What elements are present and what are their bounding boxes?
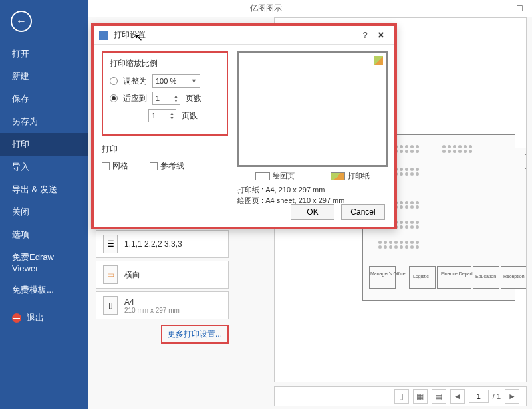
next-page-button[interactable]: ► (505, 389, 519, 404)
info-print-paper: 打印纸 : A4, 210 x 297 mm (237, 184, 344, 195)
paper-info: 打印纸 : A4, 210 x 297 mm 绘图页 : A4 sheet, 2… (237, 184, 344, 205)
panel-papersize[interactable]: ▯ A4 210 mm x 297 mm (96, 291, 229, 319)
fp-logistic: Logistic (413, 274, 429, 279)
print-options-section: 打印 网格 参考线 (102, 144, 228, 172)
dialog-help-button[interactable]: ? (357, 30, 373, 40)
radio-adjust[interactable] (110, 77, 118, 85)
radio-adjust-label: 调整为 (123, 76, 147, 87)
sidebar-item-templates[interactable]: 免费模板... (0, 279, 88, 301)
panel-copies[interactable]: ☰ 1,1,1 2,2,2 3,3,3 (96, 230, 229, 258)
sidebar-item-new[interactable]: 新建 (0, 65, 88, 88)
grid-checkbox-label[interactable]: 网格 (102, 160, 128, 172)
panel-papersize-text: A4 (124, 297, 180, 307)
sidebar-item-open[interactable]: 打开 (0, 43, 88, 65)
scale-value: 100 % (156, 77, 176, 85)
app-title: 亿图图示 (250, 3, 282, 14)
legend-draw-box (255, 172, 270, 180)
papersize-icon: ▯ (103, 296, 118, 315)
chevron-down-icon: ▼ (191, 78, 197, 84)
print-options-title: 打印 (102, 144, 228, 155)
page-total: / 1 (493, 392, 501, 400)
sidebar-item-export[interactable]: 导出 & 发送 (0, 178, 88, 201)
legend-print-box (331, 172, 345, 180)
cancel-button[interactable]: Cancel (341, 204, 385, 220)
page-input[interactable] (469, 390, 489, 403)
back-arrow-icon: ← (16, 15, 27, 27)
fp-reception: Reception (503, 274, 525, 279)
radio-fit[interactable] (110, 94, 118, 102)
sidebar: ← 打开 新建 保存 另存为 打印 导入 导出 & 发送 关闭 选项 免费Edr… (0, 0, 88, 409)
sidebar-item-close[interactable]: 关闭 (0, 201, 88, 223)
exit-label: 退出 (27, 312, 44, 324)
sidebar-item-import[interactable]: 导入 (0, 156, 88, 178)
fit-height-spinner[interactable]: 1 ▲▼ (148, 109, 176, 122)
prev-page-button[interactable]: ◄ (450, 389, 465, 404)
sidebar-item-options[interactable]: 选项 (0, 223, 88, 246)
orientation-icon: ▭ (103, 265, 118, 284)
fp-education: Education (475, 274, 496, 279)
sidebar-item-exit[interactable]: — 退出 (0, 307, 88, 329)
guides-checkbox[interactable] (150, 162, 158, 170)
fp-manager: Manager's Office (370, 271, 406, 276)
dialog-title: 打印设置 (114, 29, 357, 41)
panel-papersize-sub: 210 mm x 297 mm (124, 307, 180, 314)
scale-section: 打印缩放比例 调整为 100 % ▼ 适应到 1 ▲▼ 页数 (102, 51, 228, 136)
view-grid-icon[interactable]: ▤ (432, 389, 446, 404)
ok-button[interactable]: OK (291, 204, 334, 220)
radio-fit-label: 适应到 (123, 93, 147, 104)
preview-corner-icon (374, 56, 383, 65)
legend: 绘图页 打印纸 (237, 171, 388, 181)
scale-title: 打印缩放比例 (110, 58, 220, 69)
sidebar-item-viewer[interactable]: 免费Edraw Viewer (0, 246, 88, 279)
panel-orientation[interactable]: ▭ 横向 (96, 261, 229, 289)
scale-combo[interactable]: 100 % ▼ (152, 74, 200, 88)
panel-copies-text: 1,1,1 2,2,2 3,3,3 (124, 239, 182, 249)
minimize-button[interactable]: ― (481, 0, 507, 17)
exit-icon: — (12, 313, 21, 323)
dialog-close-button[interactable]: × (373, 29, 389, 41)
view-single-icon[interactable]: ▯ (394, 389, 409, 404)
preview-toolbar: ▯ ▦ ▤ ◄ / 1 ► (274, 386, 527, 406)
sidebar-item-save[interactable]: 保存 (0, 88, 88, 110)
sidebar-item-saveas[interactable]: 另存为 (0, 110, 88, 133)
back-button[interactable]: ← (11, 11, 32, 32)
grid-checkbox[interactable] (102, 162, 110, 170)
print-options-panel: ☰ 1,1,1 2,2,2 3,3,3 ▭ 横向 ▯ A4 210 mm x 2… (96, 230, 229, 344)
dialog-header: 打印设置 ? × (94, 26, 394, 45)
pages-label-1: 页数 (186, 93, 201, 104)
print-settings-dialog: 打印设置 ? × 打印缩放比例 调整为 100 % ▼ 适应到 1 ▲▼ (91, 23, 397, 229)
pages-label-2: 页数 (182, 110, 198, 122)
fit-width-spinner[interactable]: 1 ▲▼ (152, 92, 180, 105)
more-print-settings-link[interactable]: 更多打印设置... (161, 325, 229, 344)
edraw-logo-icon (99, 31, 108, 40)
dialog-preview-box (237, 51, 388, 167)
view-multi-icon[interactable]: ▦ (413, 389, 428, 404)
copies-icon: ☰ (103, 235, 118, 253)
maximize-button[interactable]: ☐ (507, 0, 532, 17)
panel-orientation-text: 横向 (124, 269, 140, 281)
guides-checkbox-label[interactable]: 参考线 (150, 160, 184, 172)
sidebar-item-print[interactable]: 打印 (0, 133, 88, 156)
